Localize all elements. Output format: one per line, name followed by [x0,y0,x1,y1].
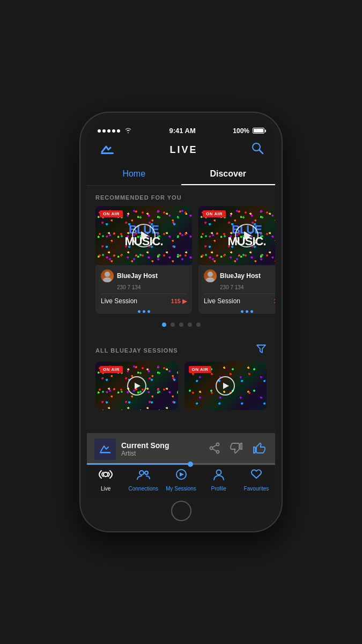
app-title: LIVE [169,144,197,156]
tab-connections[interactable]: Connections [124,469,162,492]
tab-live-label: Live [101,486,110,492]
profile-icon [212,469,226,484]
sessions-grid: ON AIR ON AIR [87,362,275,414]
card-info-2: BlueJay Host 230 7 134 Live Session 115 … [198,265,275,308]
signal-dots [98,129,120,133]
card-count-2: 115 ▶ [274,298,275,305]
tab-profile[interactable]: Profile [200,469,238,492]
filter-icon[interactable] [256,344,267,356]
svg-point-13 [210,447,213,449]
now-playing-bar: Current Song Artist [87,433,275,463]
session-play-1[interactable] [127,376,146,396]
battery-icon [253,128,264,134]
card-host-row-2: BlueJay Host [204,269,275,282]
session-label-2: Live Session [204,297,240,305]
tab-live[interactable]: Live [87,469,124,492]
page-dot-2 [179,323,183,327]
tab-discover[interactable]: Discover [181,164,276,185]
svg-point-19 [145,471,148,474]
recommended-cards: BLUE MUSIC. ON AIR [87,206,275,318]
page-dot-1 [171,323,175,327]
svg-rect-11 [100,452,110,453]
host-avatar-2 [204,269,217,282]
svg-point-18 [139,471,144,475]
page-dot-3 [188,323,192,327]
live-icon [99,469,113,484]
dislike-button[interactable] [228,440,245,459]
svg-point-22 [216,470,221,475]
recommended-card-2[interactable]: BLUE MUSIC. ON AIR [198,206,275,314]
svg-rect-0 [98,140,117,159]
progress-knob[interactable] [188,462,193,467]
page-dot-4 [196,323,201,327]
connections-icon [136,469,150,484]
home-button[interactable] [171,501,191,521]
page-dot-0 [162,323,166,327]
svg-point-14 [217,450,219,453]
like-button[interactable] [250,440,268,459]
svg-point-12 [217,443,219,445]
now-playing-art [94,438,116,460]
session-play-2[interactable] [216,376,235,396]
svg-marker-21 [180,472,184,477]
card-dots-2 [198,308,275,314]
bottom-tab-bar: Live Connections [87,465,275,497]
wifi-icon [124,127,132,135]
host-stats-1: 230 7 134 [117,284,187,290]
tab-profile-label: Profile [211,486,226,492]
now-playing-title: Current Song [121,441,201,450]
session-on-air-1: ON AIR [100,366,123,373]
card-thumb-1: BLUE MUSIC. ON AIR [95,206,192,265]
tab-my-sessions-label: My Sessions [166,486,196,492]
svg-point-5 [103,277,112,282]
card-dots-1 [95,308,192,314]
tab-favourites-label: Favourites [244,486,269,492]
play-button-2[interactable] [235,224,258,247]
now-playing-controls [206,440,268,459]
pagination [87,318,275,335]
svg-line-16 [213,449,217,451]
svg-point-4 [105,272,110,277]
tab-favourites[interactable]: Favourites [238,469,275,492]
share-button[interactable] [206,440,223,459]
tab-home[interactable]: Home [87,164,181,185]
all-sessions-header-row: ALL BLUEJAY SESSIONS [87,335,275,362]
home-button-area [87,497,275,525]
card-info-1: BlueJay Host 230 7 134 Live Session 115 … [95,265,192,308]
all-sessions-header: ALL BLUEJAY SESSIONS [95,347,178,354]
now-playing-info: Current Song Artist [121,441,201,457]
host-avatar-1 [101,269,114,282]
status-time: 9:41 AM [169,127,195,135]
top-bar: LIVE [87,137,275,164]
card-bottom-2: Live Session 115 ▶ [204,294,275,305]
svg-point-17 [104,472,108,477]
session-card-1[interactable]: ON AIR [95,362,178,410]
svg-rect-1 [101,152,114,154]
my-sessions-icon [174,469,188,484]
svg-line-15 [213,445,217,448]
progress-fill [87,463,190,465]
svg-rect-10 [98,442,113,457]
session-card-2[interactable]: ON AIR [184,362,267,410]
app-logo[interactable] [98,140,117,159]
session-label-1: Live Session [101,297,137,305]
now-playing-artist: Artist [121,450,201,457]
progress-bar[interactable] [87,463,275,465]
host-name-2: BlueJay Host [220,272,261,280]
recommended-header: RECOMMENDED FOR YOU [87,186,275,206]
svg-point-6 [208,272,213,277]
card-count-1: 115 ▶ [171,298,187,305]
status-bar: 9:41 AM 100% [87,122,275,137]
status-right: 100% [233,127,264,135]
main-content: RECOMMENDED FOR YOU BLUE MUSIC. [87,186,275,433]
status-left [98,127,132,135]
nav-tabs: Home Discover [87,164,275,186]
search-button[interactable] [250,141,264,158]
svg-point-7 [206,277,215,282]
recommended-card-1[interactable]: BLUE MUSIC. ON AIR [95,206,192,314]
tab-my-sessions[interactable]: My Sessions [162,469,200,492]
play-button-1[interactable] [132,224,156,247]
session-on-air-2: ON AIR [189,366,212,373]
battery-percent: 100% [233,127,249,135]
svg-line-3 [259,150,263,154]
